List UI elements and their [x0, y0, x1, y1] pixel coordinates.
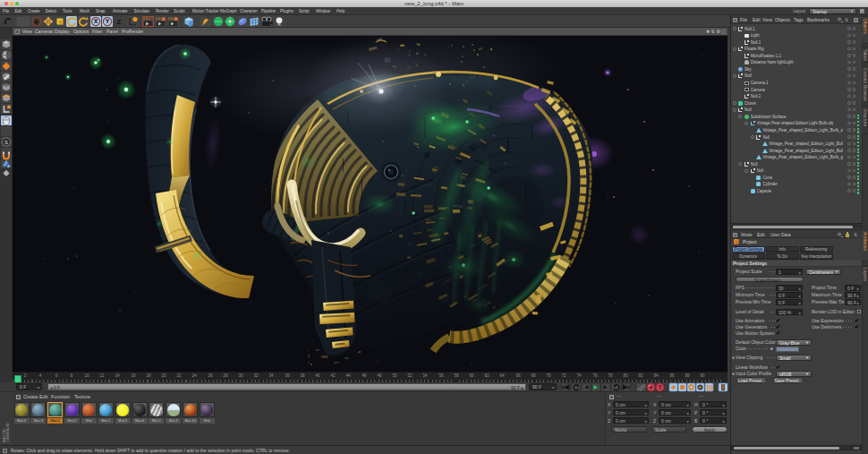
svg-text:Y: Y	[106, 18, 110, 24]
svg-text:Z: Z	[117, 18, 122, 26]
svg-text:S: S	[4, 140, 8, 145]
svg-text:X: X	[94, 18, 98, 24]
svg-text:?: ?	[659, 384, 662, 390]
